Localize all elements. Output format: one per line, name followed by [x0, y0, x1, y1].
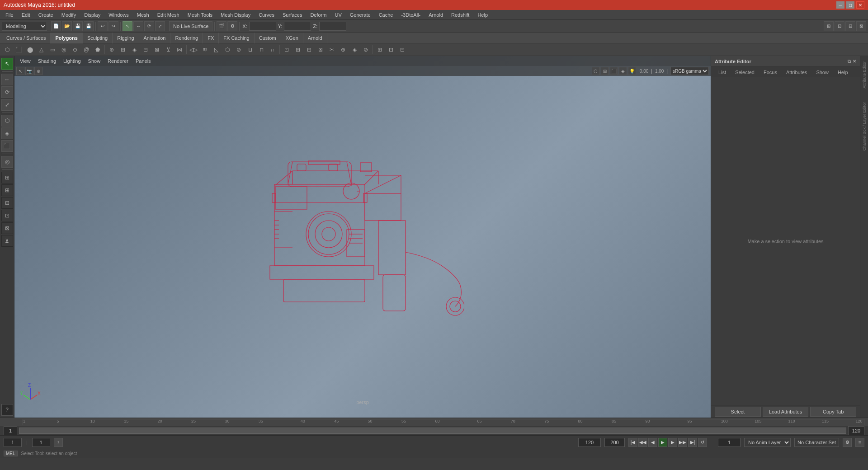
render-button[interactable]: 🎬: [217, 21, 226, 31]
select-button[interactable]: Select: [715, 407, 761, 417]
uv-optimize-btn[interactable]: ⊘: [360, 44, 371, 55]
tab-animation[interactable]: Animation: [139, 33, 171, 43]
vp-menu-renderer[interactable]: Renderer: [105, 58, 131, 64]
move-tool-button[interactable]: ↔: [133, 21, 143, 31]
menu-mesh-tools[interactable]: Mesh Tools: [184, 11, 216, 19]
vp-solid-btn[interactable]: ⬛: [610, 67, 618, 75]
tab-fx-caching[interactable]: FX Caching: [219, 33, 254, 43]
menu-deform[interactable]: Deform: [307, 11, 330, 19]
move-btn[interactable]: ↔: [1, 74, 13, 85]
bool-union-btn[interactable]: ⊔: [245, 44, 255, 55]
copy-tab-button[interactable]: Copy Tab: [810, 407, 856, 417]
lt-extra1[interactable]: ⊞: [1, 172, 13, 183]
prev-key-btn[interactable]: ◀◀: [638, 438, 647, 447]
vp-cam-btn[interactable]: 📷: [25, 67, 33, 75]
ae-close-btn[interactable]: ✕: [853, 59, 856, 64]
save-as-button[interactable]: 💾: [84, 21, 94, 31]
new-file-button[interactable]: 📄: [51, 21, 61, 31]
menu-curves[interactable]: Curves: [255, 11, 278, 19]
tool-btn-1[interactable]: ⬟: [92, 44, 103, 55]
rotate-tool-button[interactable]: ⟳: [144, 21, 154, 31]
icon-btn-2[interactable]: ⊡: [835, 21, 844, 31]
tab-curves-surfaces[interactable]: Curves / Surfaces: [2, 33, 51, 43]
poly-plane-btn[interactable]: ▭: [47, 44, 58, 55]
vp-display-btn[interactable]: ⬡: [592, 67, 600, 75]
tab-rendering[interactable]: Rendering: [170, 33, 203, 43]
lt-extra2[interactable]: ⊞: [1, 184, 13, 196]
tab-rigging[interactable]: Rigging: [113, 33, 139, 43]
select-tool-button[interactable]: ↖: [123, 21, 132, 31]
frame-display[interactable]: [718, 438, 741, 447]
minimize-button[interactable]: ─: [836, 1, 844, 9]
menu-help[interactable]: Help: [474, 11, 491, 19]
menu-arnold[interactable]: Arnold: [425, 11, 447, 19]
menu-cache[interactable]: Cache: [375, 11, 397, 19]
menu-mesh[interactable]: Mesh: [133, 11, 153, 19]
undo-button[interactable]: ↩: [98, 21, 108, 31]
settings-btn[interactable]: ⚙: [843, 438, 852, 447]
tab-custom[interactable]: Custom: [255, 33, 281, 43]
frame-input-1[interactable]: [4, 438, 22, 447]
combine-btn[interactable]: ⋈: [174, 44, 185, 55]
ae-tab-attributes[interactable]: Attributes: [783, 69, 811, 77]
lt-extra3[interactable]: ⊟: [1, 197, 13, 209]
tab-arnold[interactable]: Arnold: [303, 33, 327, 43]
vp-wire-btn[interactable]: ⊞: [601, 67, 609, 75]
load-attributes-button[interactable]: Load Attributes: [763, 407, 809, 417]
timeline-track[interactable]: [19, 428, 846, 434]
bool-diff-btn[interactable]: ⊓: [256, 44, 267, 55]
poly-torus-btn[interactable]: ◎: [58, 44, 69, 55]
attr-editor-side-label[interactable]: Attribute Editor: [861, 60, 868, 90]
open-file-button[interactable]: 📂: [62, 21, 72, 31]
merge-btn[interactable]: ⊟: [140, 44, 151, 55]
uv-layout-btn[interactable]: ⊟: [304, 44, 315, 55]
viewport[interactable]: View Shading Lighting Show Renderer Pane…: [14, 56, 711, 418]
uv-snap-btn[interactable]: ⊠: [315, 44, 326, 55]
bevel-btn[interactable]: ◈: [129, 44, 140, 55]
extrude-btn[interactable]: ⊕: [106, 44, 117, 55]
select-mode-btn[interactable]: ↖: [1, 58, 13, 70]
next-key-btn[interactable]: ▶▶: [678, 438, 687, 447]
menu-uv[interactable]: UV: [331, 11, 345, 19]
uv-cut-btn[interactable]: ✂: [326, 44, 337, 55]
menu-edit-mesh[interactable]: Edit Mesh: [154, 11, 183, 19]
menu-modify[interactable]: Modify: [58, 11, 80, 19]
menu-windows[interactable]: Windows: [105, 11, 132, 19]
tab-xgen[interactable]: XGen: [281, 33, 303, 43]
redo-button[interactable]: ↪: [108, 21, 118, 31]
lasso-btn[interactable]: ⬛: [1, 140, 13, 152]
tab-sculpting[interactable]: Sculpting: [83, 33, 113, 43]
ae-tab-focus[interactable]: Focus: [760, 69, 781, 77]
menu-file[interactable]: File: [2, 11, 17, 19]
paint-sel-btn[interactable]: ◈: [1, 127, 13, 139]
smooth-btn[interactable]: ≋: [199, 44, 210, 55]
mirror-btn[interactable]: ◁▷: [188, 44, 199, 55]
scale-btn[interactable]: ⤢: [1, 99, 13, 111]
ae-tab-selected[interactable]: Selected: [731, 69, 758, 77]
close-button[interactable]: ✕: [856, 1, 864, 9]
menu-redshift[interactable]: Redshift: [448, 11, 473, 19]
lt-extra6[interactable]: ⊻: [1, 235, 13, 247]
vp-select-btn[interactable]: ↖: [16, 67, 24, 75]
separate-btn[interactable]: ⊻: [163, 44, 174, 55]
menu-generate[interactable]: Generate: [346, 11, 374, 19]
play-btn[interactable]: ▶: [658, 438, 667, 447]
icon-btn-4[interactable]: ⊠: [856, 21, 866, 31]
ae-tab-list[interactable]: List: [715, 69, 730, 77]
bridge-btn[interactable]: ⊞: [118, 44, 128, 55]
menu-mesh-display[interactable]: Mesh Display: [217, 11, 254, 19]
frame-range-end[interactable]: [604, 438, 625, 447]
current-frame-input[interactable]: [578, 438, 601, 447]
no-anim-layer-select[interactable]: No Anim Layer: [744, 438, 791, 447]
no-live-surface-button[interactable]: No Live Surface: [169, 21, 212, 31]
vp-snap-btn[interactable]: ⊕: [34, 67, 42, 75]
lt-extra4[interactable]: ⊡: [1, 210, 13, 221]
loop-btn[interactable]: ↺: [698, 438, 707, 447]
ae-tab-help[interactable]: Help: [834, 69, 852, 77]
frame-input-2[interactable]: [32, 438, 50, 447]
vp-light-btn[interactable]: 💡: [628, 67, 636, 75]
save-file-button[interactable]: 💾: [73, 21, 83, 31]
icon-btn-1[interactable]: ⊞: [824, 21, 834, 31]
channel-box-side-label[interactable]: Channel Box / Layer Editor: [861, 100, 868, 153]
rotate-btn[interactable]: ⟳: [1, 86, 13, 98]
